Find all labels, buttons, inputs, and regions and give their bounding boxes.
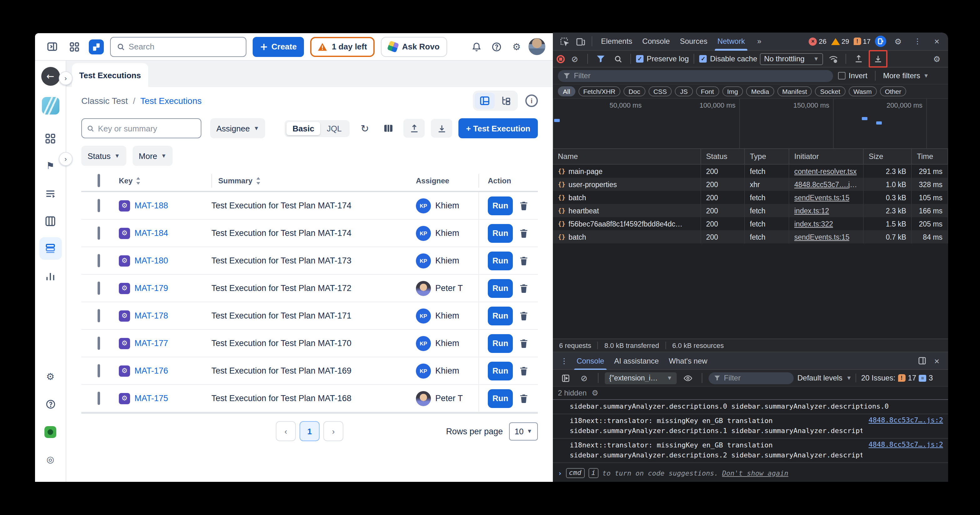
table-row[interactable]: ⚙ MAT-177 Test Execution for Test Plan M…	[81, 330, 538, 357]
network-column-header[interactable]: Name	[553, 149, 701, 164]
drawer-menu-button[interactable]: ⋮	[557, 354, 572, 368]
live-expression-button[interactable]	[681, 371, 695, 385]
request-type-chip[interactable]: Wasm	[848, 86, 877, 96]
summary-column-header[interactable]: Summary	[212, 174, 416, 188]
current-page-button[interactable]: 1	[299, 421, 320, 441]
issue-key-link[interactable]: MAT-176	[134, 366, 168, 375]
filter-toggle-button[interactable]	[593, 52, 608, 66]
create-button[interactable]: Create	[253, 37, 304, 57]
run-button[interactable]: Run	[488, 251, 513, 270]
row-checkbox[interactable]	[97, 336, 100, 349]
row-checkbox[interactable]	[97, 226, 100, 239]
sidebar-item-boards[interactable]	[39, 210, 62, 232]
drawer-close-button[interactable]: ×	[929, 354, 944, 368]
sidebar-loom-button[interactable]	[39, 421, 62, 443]
key-column-header[interactable]: Key	[119, 177, 212, 185]
app-switcher-button[interactable]	[66, 38, 83, 55]
next-page-button[interactable]: ›	[323, 421, 344, 441]
network-conditions-button[interactable]	[826, 52, 841, 66]
jql-mode-button[interactable]: JQL	[321, 122, 348, 135]
network-column-header[interactable]: Size	[864, 149, 912, 164]
invert-checkbox[interactable]: Invert	[838, 71, 867, 80]
trash-icon[interactable]	[519, 256, 528, 266]
list-view-button[interactable]	[475, 92, 495, 109]
request-type-chip[interactable]: Socket	[815, 86, 845, 96]
trash-icon[interactable]	[519, 338, 528, 348]
console-message[interactable]: sidebar.summaryAnalyzer.descriptions.0 s…	[553, 400, 948, 414]
sidebar-item-overview[interactable]	[39, 127, 62, 150]
sidebar-item-reports[interactable]	[39, 265, 62, 287]
page-tab[interactable]: Test Executions	[72, 63, 148, 87]
notifications-button[interactable]	[468, 38, 485, 55]
network-search-button[interactable]	[610, 52, 625, 66]
clear-network-button[interactable]: ⊘	[567, 52, 582, 66]
dont-show-again-link[interactable]: Don't show again	[722, 469, 788, 477]
request-type-chip[interactable]: Media	[746, 86, 774, 96]
sidebar-item-backlog[interactable]	[39, 182, 62, 205]
run-button[interactable]: Run	[488, 224, 513, 242]
request-type-chip[interactable]: Other	[880, 86, 907, 96]
request-type-chip[interactable]: Fetch/XHR	[578, 86, 620, 96]
key-summary-input[interactable]	[98, 124, 196, 133]
clear-console-button[interactable]: ⊘	[577, 371, 592, 385]
ask-rovo-button[interactable]: Ask Rovo	[381, 37, 447, 57]
sidebar-item-goals[interactable]: ⚑	[39, 155, 62, 177]
sidebar-target-button[interactable]: ◎	[39, 448, 62, 470]
table-row[interactable]: ⚙ MAT-178 Test Execution for Test Plan M…	[81, 302, 538, 330]
console-tab[interactable]: Console	[572, 352, 609, 370]
run-button[interactable]: Run	[488, 306, 513, 325]
more-tabs-button[interactable]: »	[751, 34, 766, 48]
trial-countdown-button[interactable]: 1 day left	[310, 37, 375, 57]
expand-sidebar-chevron[interactable]: ›	[59, 71, 73, 85]
request-type-chip[interactable]: Manifest	[777, 86, 812, 96]
network-column-header[interactable]: Status	[701, 149, 745, 164]
record-button[interactable]	[557, 55, 565, 63]
request-initiator-link[interactable]: content-resolver.tsx	[794, 167, 856, 175]
network-request-row[interactable]: {}batch 200 fetch sendEvents.ts:15 0.7 k…	[553, 230, 948, 244]
network-timeline[interactable]: 50,000 ms100,000 ms150,000 ms200,000 ms	[553, 99, 948, 149]
request-type-chip[interactable]: Doc	[624, 86, 645, 96]
network-settings-button[interactable]: ⚙	[929, 52, 944, 66]
console-message[interactable]: i18next::translator: missingKey en_GB tr…	[553, 438, 948, 463]
network-request-row[interactable]: {}main-page 200 fetch content-resolver.t…	[553, 164, 948, 178]
project-avatar[interactable]	[41, 97, 59, 115]
refresh-button[interactable]: ↻	[356, 120, 374, 137]
network-request-row[interactable]: {}user-properties 200 xhr 4848.8cc53c7….…	[553, 178, 948, 191]
trash-icon[interactable]	[519, 283, 528, 293]
trash-icon[interactable]	[519, 393, 528, 403]
devtools-settings-button[interactable]: ⚙	[891, 34, 905, 48]
more-filters-dropdown[interactable]: More▼	[133, 146, 173, 166]
console-tab[interactable]: What's new	[664, 352, 712, 370]
extension-icon[interactable]	[875, 36, 886, 47]
request-initiator-link[interactable]: sendEvents.ts:15	[794, 233, 849, 241]
row-checkbox[interactable]	[97, 309, 100, 322]
network-column-header[interactable]: Time	[912, 149, 948, 164]
table-row[interactable]: ⚙ MAT-180 Test Execution for Test Plan M…	[81, 247, 538, 275]
request-type-chip[interactable]: CSS	[648, 86, 672, 96]
row-checkbox[interactable]	[97, 364, 100, 377]
error-badge[interactable]: ×26	[809, 37, 827, 45]
console-filter-input[interactable]	[724, 373, 788, 382]
tree-view-button[interactable]	[496, 92, 516, 109]
request-type-chip[interactable]: Font	[696, 86, 719, 96]
columns-button[interactable]	[380, 120, 398, 137]
row-checkbox[interactable]	[97, 281, 100, 294]
issue-key-link[interactable]: MAT-179	[134, 284, 168, 293]
console-message[interactable]: i18next::translator: missingKey en_GB tr…	[553, 414, 948, 438]
device-toolbar-button[interactable]	[573, 34, 588, 48]
basic-mode-button[interactable]: Basic	[286, 122, 320, 135]
run-button[interactable]: Run	[488, 361, 513, 380]
select-all-checkbox[interactable]	[97, 174, 100, 187]
import-har-button[interactable]	[851, 52, 867, 66]
sidebar-item-test-executions[interactable]	[39, 237, 62, 260]
assignee-filter-dropdown[interactable]: Assignee▼	[210, 118, 266, 138]
global-search-input[interactable]	[129, 42, 240, 51]
request-type-chip[interactable]: All	[558, 86, 575, 96]
row-checkbox[interactable]	[97, 254, 100, 267]
trash-icon[interactable]	[519, 228, 528, 238]
console-source-link[interactable]: 4848.8cc53c7….js:2	[869, 440, 943, 461]
table-row[interactable]: ⚙ MAT-175 Test Execution for Test Plan M…	[81, 385, 538, 412]
table-row[interactable]: ⚙ MAT-176 Test Execution for Test Plan M…	[81, 357, 538, 385]
table-row[interactable]: ⚙ MAT-179 Test Execution for Test Plan M…	[81, 275, 538, 302]
console-issues-counter[interactable]: 20 Issues: ! 17 ≡ 3	[856, 373, 933, 382]
